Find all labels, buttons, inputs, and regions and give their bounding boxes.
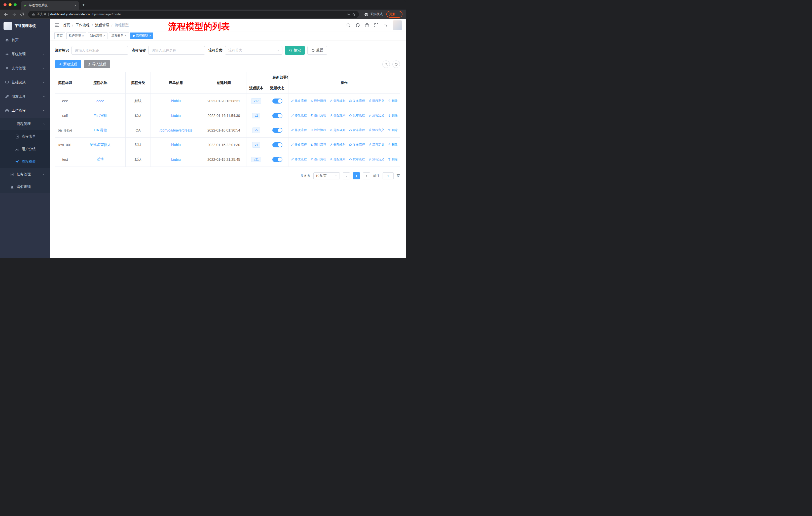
form-info-link[interactable]: biubiu <box>171 158 180 162</box>
active-toggle[interactable] <box>272 128 283 133</box>
action-assign-link[interactable]: 分配规则 <box>330 157 346 162</box>
action-publish-link[interactable]: 发布流程 <box>349 128 365 132</box>
category-select[interactable]: 流程分类 <box>225 46 283 55</box>
tag-close-icon[interactable]: × <box>149 34 151 37</box>
tag-process-model[interactable]: 流程模型 × <box>130 32 153 39</box>
minimize-window-button[interactable] <box>8 3 11 6</box>
close-window-button[interactable] <box>3 3 6 6</box>
action-design-link[interactable]: 设计流程 <box>310 143 326 147</box>
action-edit-link[interactable]: 修改流程 <box>291 128 307 132</box>
password-key-icon[interactable] <box>347 12 350 16</box>
create-process-button[interactable]: 新建流程 <box>55 60 81 68</box>
form-info-link[interactable]: /bpm/oa/leave/create <box>160 128 193 132</box>
zoom-window-button[interactable] <box>13 3 17 6</box>
process-name-link[interactable]: 自己审批 <box>93 113 108 117</box>
action-edit-link[interactable]: 修改流程 <box>291 143 307 147</box>
action-publish-link[interactable]: 发布流程 <box>349 143 365 147</box>
help-icon[interactable] <box>365 23 369 27</box>
goto-page-input[interactable] <box>383 172 394 180</box>
action-definition-link[interactable]: 流程定义 <box>369 99 384 103</box>
search-button[interactable]: 搜索 <box>285 46 305 55</box>
tag-my-process[interactable]: 我的流程 × <box>88 32 108 39</box>
active-toggle[interactable] <box>272 113 283 118</box>
action-delete-link[interactable]: 删除 <box>388 143 398 147</box>
action-design-link[interactable]: 设计流程 <box>310 157 326 162</box>
process-id-input[interactable] <box>71 46 128 55</box>
page-1-button[interactable]: 1 <box>353 172 360 180</box>
sidebar-item-process-model[interactable]: 流程模型 <box>0 156 50 168</box>
sidebar-item-user-group[interactable]: 用户分组 <box>0 143 50 156</box>
next-page-button[interactable] <box>363 172 370 180</box>
action-definition-link[interactable]: 流程定义 <box>369 143 384 147</box>
action-delete-link[interactable]: 删除 <box>388 99 398 103</box>
fullscreen-icon[interactable] <box>374 23 379 27</box>
version-tag[interactable]: v2 <box>252 113 261 118</box>
tag-close-icon[interactable]: × <box>124 34 126 37</box>
version-tag[interactable]: v17 <box>251 98 261 104</box>
sidebar-item-leave-query[interactable]: 请假查询 <box>0 181 50 193</box>
process-name-link[interactable]: 测试多审批人 <box>90 143 111 147</box>
sidebar-item-payment[interactable]: 支付管理 <box>0 61 50 75</box>
forward-button[interactable] <box>10 11 18 18</box>
sidebar-item-task-management[interactable]: 任务管理 <box>0 168 50 181</box>
sidebar-item-dev-tools[interactable]: 研发工具 <box>0 89 50 104</box>
user-avatar[interactable] <box>393 20 402 30</box>
process-name-link[interactable]: eeee <box>96 99 104 103</box>
action-publish-link[interactable]: 发布流程 <box>349 113 365 118</box>
new-tab-button[interactable]: + <box>79 2 88 9</box>
tag-home[interactable]: 首页 <box>54 32 65 39</box>
process-name-link[interactable]: 滔博 <box>97 157 104 161</box>
tag-close-icon[interactable]: × <box>82 34 84 37</box>
form-info-link[interactable]: biubiu <box>171 114 180 118</box>
action-definition-link[interactable]: 流程定义 <box>369 113 384 118</box>
sidebar-logo[interactable]: 芋道管理系统 <box>0 19 50 33</box>
address-bar[interactable]: 不安全 dashboard.yudao.iocoder.cn/bpm/manag… <box>28 11 359 18</box>
action-design-link[interactable]: 设计流程 <box>310 113 326 118</box>
action-assign-link[interactable]: 分配规则 <box>330 99 346 103</box>
action-delete-link[interactable]: 删除 <box>388 157 398 162</box>
action-edit-link[interactable]: 修改流程 <box>291 113 307 118</box>
action-definition-link[interactable]: 流程定义 <box>369 128 384 132</box>
action-publish-link[interactable]: 发布流程 <box>349 99 365 103</box>
reload-button[interactable] <box>19 11 26 18</box>
import-process-button[interactable]: 导入流程 <box>84 60 110 68</box>
process-name-input[interactable] <box>148 46 205 55</box>
sidebar-item-process-management[interactable]: 流程管理 <box>0 118 50 130</box>
back-button[interactable] <box>2 11 9 18</box>
sidebar-item-infrastructure[interactable]: 基础设施 <box>0 75 50 89</box>
tag-close-icon[interactable]: × <box>104 34 106 37</box>
action-design-link[interactable]: 设计流程 <box>310 99 326 103</box>
bookmark-star-icon[interactable] <box>352 12 355 16</box>
action-edit-link[interactable]: 修改流程 <box>291 99 307 103</box>
active-toggle[interactable] <box>272 99 283 104</box>
action-delete-link[interactable]: 删除 <box>388 128 398 132</box>
breadcrumb-item[interactable]: 流程管理 <box>95 23 109 27</box>
action-edit-link[interactable]: 修改流程 <box>291 157 307 162</box>
page-size-select[interactable]: 10条/页 <box>313 172 340 180</box>
action-assign-link[interactable]: 分配规则 <box>330 143 346 147</box>
sidebar-item-process-form[interactable]: 流程表单 <box>0 130 50 143</box>
menu-fold-icon[interactable] <box>54 23 59 28</box>
toggle-search-button[interactable] <box>382 60 390 68</box>
browser-tab-active[interactable]: 芋道管理系统 × <box>21 1 79 9</box>
breadcrumb-item[interactable]: 工作流程 <box>76 23 90 27</box>
breadcrumb-item[interactable]: 首页 <box>63 23 70 27</box>
tab-close-icon[interactable]: × <box>74 3 77 7</box>
action-publish-link[interactable]: 发布流程 <box>349 157 365 162</box>
action-delete-link[interactable]: 删除 <box>388 113 398 118</box>
action-assign-link[interactable]: 分配规则 <box>330 128 346 132</box>
sidebar-item-home[interactable]: 首页 <box>0 33 50 47</box>
update-chrome-button[interactable]: 更新 <box>386 11 403 18</box>
prev-page-button[interactable] <box>343 172 350 180</box>
active-toggle[interactable] <box>272 142 283 147</box>
action-assign-link[interactable]: 分配规则 <box>330 113 346 118</box>
tag-tenant-management[interactable]: 租户管理 × <box>66 32 86 39</box>
reset-button[interactable]: 重置 <box>307 46 327 55</box>
version-tag[interactable]: v5 <box>252 128 261 133</box>
action-design-link[interactable]: 设计流程 <box>310 128 326 132</box>
sidebar-item-workflow[interactable]: 工作流程 <box>0 104 50 118</box>
form-info-link[interactable]: biubiu <box>171 143 180 147</box>
tag-process-form[interactable]: 流程表单 × <box>109 32 129 39</box>
action-definition-link[interactable]: 流程定义 <box>369 157 384 162</box>
form-info-link[interactable]: biubiu <box>171 99 180 103</box>
